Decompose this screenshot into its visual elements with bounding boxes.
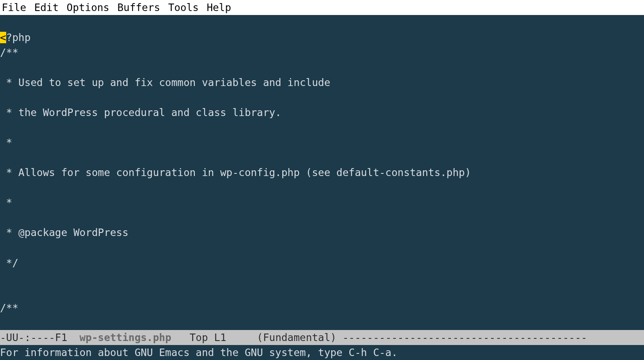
menu-bar: File Edit Options Buffers Tools Help xyxy=(0,0,644,15)
mode-line: -UU-:----F1 wp-settings.php Top L1 (Fund… xyxy=(0,330,644,345)
code-line: * the WordPress procedural and class lib… xyxy=(0,105,644,120)
code-line: * xyxy=(0,195,644,210)
mode-line-position: Top L1 xyxy=(171,332,257,343)
menu-buffers[interactable]: Buffers xyxy=(117,0,165,15)
editor-area[interactable]: <?php/** * Used to set up and fix common… xyxy=(0,15,644,330)
code-line: */ xyxy=(0,255,644,270)
code-line: * Used to set up and fix common variable… xyxy=(0,75,644,90)
code-line: /** xyxy=(0,45,644,60)
mode-line-status: -UU-:----F1 xyxy=(0,332,80,343)
code-line: * xyxy=(0,135,644,150)
code-line: * Allows for some configuration in wp-co… xyxy=(0,165,644,180)
menu-help[interactable]: Help xyxy=(207,0,235,15)
mode-line-dashes: ---------------------------------------- xyxy=(342,332,587,343)
code-text: ?php xyxy=(6,32,30,43)
code-line: <?php xyxy=(0,30,644,45)
menu-edit[interactable]: Edit xyxy=(34,0,63,15)
menu-file[interactable]: File xyxy=(2,0,30,15)
mode-line-buffer-name: wp-settings.php xyxy=(80,332,171,343)
minibuffer[interactable]: For information about GNU Emacs and the … xyxy=(0,345,644,360)
cursor: < xyxy=(0,32,6,43)
mode-line-mode: (Fundamental) xyxy=(257,332,343,343)
code-line: * @package WordPress xyxy=(0,225,644,240)
menu-tools[interactable]: Tools xyxy=(168,0,203,15)
code-line: /** xyxy=(0,300,644,315)
menu-options[interactable]: Options xyxy=(67,0,114,15)
